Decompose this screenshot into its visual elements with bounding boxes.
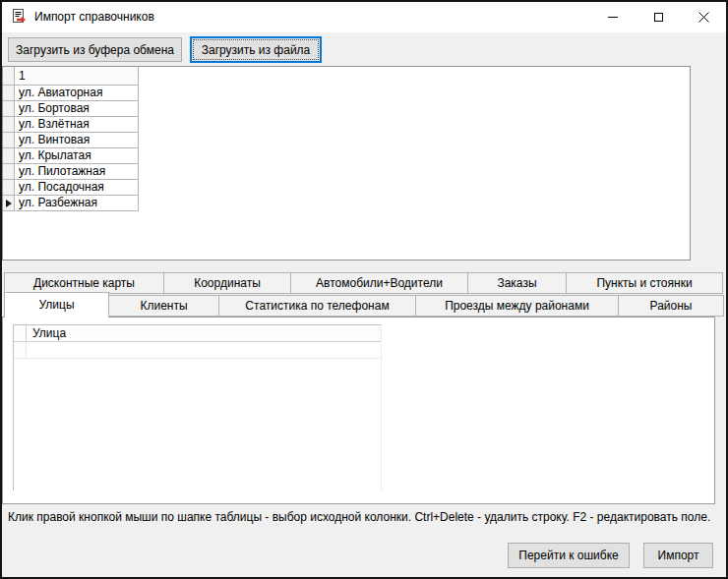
row-selector[interactable] (3, 86, 15, 101)
close-icon (698, 12, 709, 23)
load-from-file-button[interactable]: Загрузить из файла (190, 36, 322, 63)
source-grid-panel: 1 ул. Авиаторная ул. Бортовая ул. Взлётн… (2, 66, 691, 261)
tab-clients[interactable]: Клиенты (108, 295, 219, 317)
table-row[interactable]: ул. Винтовая (3, 133, 139, 148)
street-cell[interactable]: ул. Бортовая (15, 101, 139, 117)
caption-buttons (590, 2, 726, 32)
tab-streets[interactable]: Улицы (4, 292, 109, 318)
street-cell[interactable]: ул. Пилотажная (15, 164, 139, 180)
target-grid-corner-cell[interactable] (14, 325, 27, 341)
empty-street-cell[interactable] (27, 342, 381, 358)
load-from-file-label: Загрузить из файла (202, 43, 311, 57)
table-row[interactable]: ул. Крылатая (3, 148, 139, 164)
table-row[interactable]: ул. Посадочная (3, 180, 139, 196)
maximize-icon (654, 13, 663, 22)
street-cell[interactable]: ул. Авиаторная (15, 86, 139, 101)
goto-error-label: Перейти к ошибке (518, 549, 618, 562)
target-grid-header-row: Улица (14, 325, 381, 342)
table-row[interactable]: ул. Пилотажная (3, 164, 139, 180)
row-selector[interactable] (3, 180, 15, 196)
source-grid-column-header[interactable]: 1 (15, 67, 139, 86)
street-cell[interactable]: ул. Взлётная (15, 117, 139, 133)
title-bar: Импорт справочников (2, 2, 726, 32)
target-grid-column-header[interactable]: Улица (27, 325, 381, 341)
current-row-arrow-icon (6, 200, 12, 207)
tab-phone-statistics[interactable]: Статистика по телефонам (218, 295, 416, 317)
target-grid: Улица (13, 324, 382, 491)
table-row[interactable]: ул. Взлётная (3, 117, 139, 133)
import-button[interactable]: Импорт (643, 543, 713, 568)
import-label: Импорт (658, 549, 699, 562)
table-row[interactable]: ул. Бортовая (3, 101, 139, 117)
row-selector[interactable] (3, 101, 15, 117)
row-selector[interactable] (3, 164, 15, 180)
tab-coordinates[interactable]: Координаты (163, 272, 291, 294)
table-row current-row[interactable]: ул. Разбежная (3, 196, 139, 211)
target-grid-empty-row[interactable] (14, 342, 381, 359)
tab-districts[interactable]: Районы (618, 295, 724, 317)
street-cell[interactable]: ул. Посадочная (15, 180, 139, 196)
load-from-clipboard-label: Загрузить из буфера обмена (16, 43, 174, 57)
row-selector[interactable] (3, 117, 15, 133)
street-cell[interactable]: ул. Винтовая (15, 133, 139, 148)
source-grid-corner-cell[interactable] (3, 67, 15, 86)
tab-orders[interactable]: Заказы (467, 272, 567, 294)
table-row[interactable]: ул. Авиаторная (3, 86, 139, 101)
import-dialog-window: Импорт справочников Загрузить из буфера … (0, 0, 728, 579)
row-selector[interactable] (14, 342, 27, 358)
tab-district-trips[interactable]: Проезды между районами (415, 295, 619, 317)
source-grid: 1 ул. Авиаторная ул. Бортовая ул. Взлётн… (3, 67, 139, 211)
tab-strip-row-1: Дисконтные карты Координаты Автомобили+В… (4, 272, 723, 294)
tab-cars-drivers[interactable]: Автомобили+Водители (290, 272, 468, 294)
streets-tab-page: Улица (2, 317, 715, 504)
street-cell[interactable]: ул. Крылатая (15, 148, 139, 164)
source-grid-header-row: 1 (3, 67, 139, 86)
row-selector[interactable] (3, 148, 15, 164)
window-title: Импорт справочников (34, 2, 154, 32)
hint-text: Клик правой кнопкой мыши по шапке таблиц… (8, 510, 720, 525)
document-import-icon (11, 9, 27, 25)
maximize-button[interactable] (636, 2, 681, 32)
street-cell[interactable]: ул. Разбежная (15, 196, 139, 211)
tab-discount-cards[interactable]: Дисконтные карты (4, 272, 164, 294)
load-from-clipboard-button[interactable]: Загрузить из буфера обмена (8, 37, 182, 62)
minimize-icon (608, 17, 618, 18)
minimize-button[interactable] (590, 2, 636, 32)
row-selector[interactable] (3, 196, 15, 211)
row-selector[interactable] (3, 133, 15, 148)
tab-points-parking[interactable]: Пункты и стоянки (566, 272, 723, 294)
goto-error-button[interactable]: Перейти к ошибке (508, 543, 630, 568)
close-button[interactable] (681, 2, 726, 32)
